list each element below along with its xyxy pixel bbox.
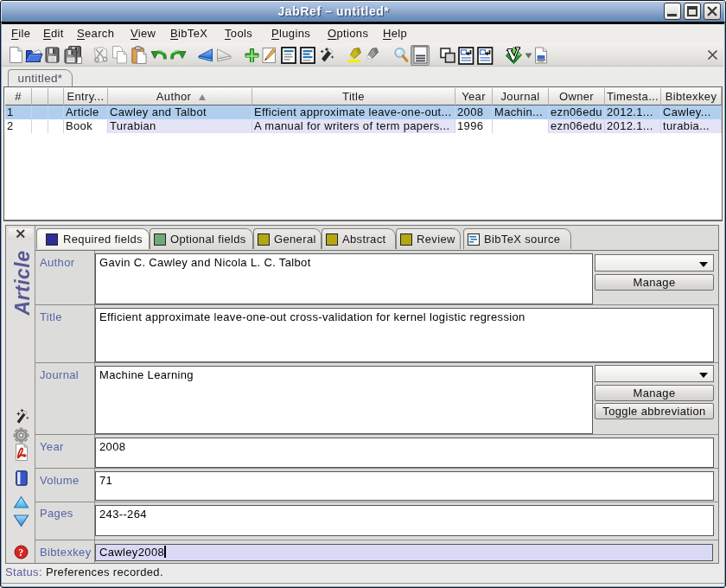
svg-text:?: ? bbox=[18, 546, 23, 559]
